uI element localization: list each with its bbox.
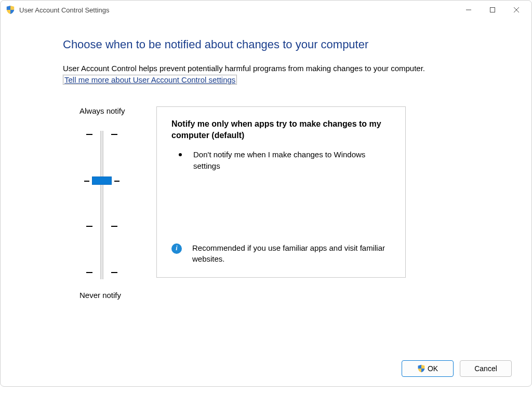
window-controls bbox=[457, 2, 528, 18]
slider-column: Always notify Never notify bbox=[63, 106, 156, 300]
slider-track bbox=[100, 131, 103, 279]
description-bullet-text: Don't notify me when I make changes to W… bbox=[193, 149, 391, 172]
slider-tick bbox=[86, 134, 117, 135]
intro-text: User Account Control helps prevent poten… bbox=[63, 63, 506, 74]
shield-icon bbox=[6, 5, 15, 15]
cancel-button-label: Cancel bbox=[474, 364, 497, 373]
close-button[interactable] bbox=[504, 2, 528, 18]
notification-level-slider[interactable] bbox=[63, 125, 156, 286]
dialog-footer: OK Cancel bbox=[402, 360, 512, 377]
maximize-button[interactable] bbox=[481, 2, 504, 18]
slider-thumb[interactable] bbox=[92, 176, 112, 185]
main-body: Always notify Never notify Notify me onl… bbox=[63, 106, 506, 300]
uac-settings-window: User Account Control Settings Choose whe… bbox=[0, 0, 532, 387]
description-title: Notify me only when apps try to make cha… bbox=[171, 118, 391, 142]
svg-rect-1 bbox=[490, 8, 495, 12]
bullet-dot-icon bbox=[179, 153, 182, 156]
slider-top-label: Always notify bbox=[63, 106, 156, 115]
info-icon: i bbox=[171, 243, 182, 254]
shield-icon bbox=[417, 364, 425, 373]
recommendation-text: Recommended if you use familiar apps and… bbox=[192, 242, 391, 265]
slider-bottom-label: Never notify bbox=[63, 291, 156, 300]
recommendation-row: i Recommended if you use familiar apps a… bbox=[171, 242, 391, 268]
slider-tick bbox=[86, 272, 117, 273]
cancel-button[interactable]: Cancel bbox=[460, 360, 512, 377]
minimize-button[interactable] bbox=[457, 2, 481, 18]
ok-button[interactable]: OK bbox=[402, 360, 454, 377]
ok-button-label: OK bbox=[428, 364, 438, 373]
slider-tick bbox=[86, 226, 117, 227]
description-bullet: Don't notify me when I make changes to W… bbox=[179, 149, 391, 172]
description-panel: Notify me only when apps try to make cha… bbox=[156, 106, 406, 278]
help-link[interactable]: Tell me more about User Account Control … bbox=[63, 75, 237, 85]
window-title: User Account Control Settings bbox=[19, 6, 457, 14]
page-heading: Choose when to be notified about changes… bbox=[63, 38, 506, 51]
titlebar: User Account Control Settings bbox=[1, 1, 531, 19]
content-area: Choose when to be notified about changes… bbox=[1, 19, 531, 386]
